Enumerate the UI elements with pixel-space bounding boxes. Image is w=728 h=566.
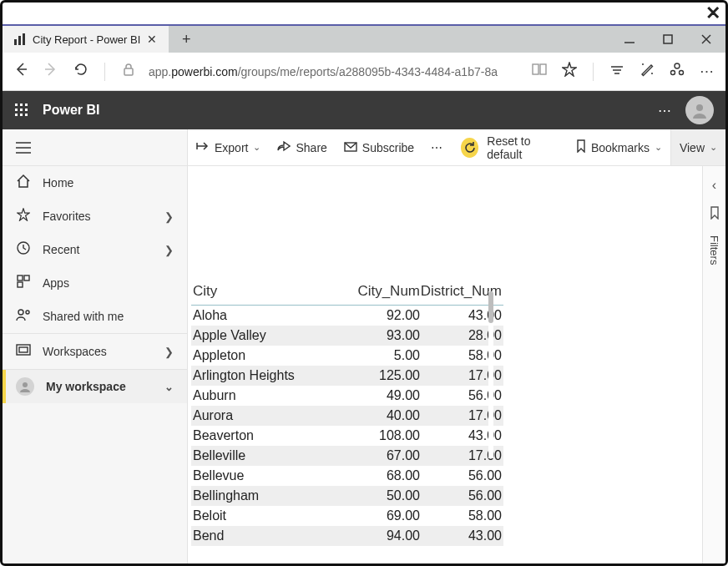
undo-icon [461,138,478,158]
sidebar-toggle[interactable] [3,129,187,166]
nav-shared-label: Shared with me [43,310,174,323]
url-field[interactable]: app.powerbi.com/groups/me/reports/a28809… [149,65,519,78]
app-header: Power BI ⋯ [3,91,725,129]
col-city[interactable]: City [191,283,333,300]
table-row[interactable]: Beloit69.0058.00 [191,506,503,526]
collapse-left-icon[interactable]: ‹ [712,178,716,193]
filters-pane-toggle[interactable]: Filters [708,235,720,265]
table-row[interactable]: Arlington Heights125.0017.00 [191,366,503,386]
cell-city-num: 94.00 [333,528,420,543]
nav-recent[interactable]: Recent ❯ [3,233,187,266]
report-canvas[interactable]: City City_Num District_Num Aloha92.0043.… [188,166,702,563]
nav-forward-button[interactable] [41,62,61,81]
nav-apps[interactable]: Apps [3,266,187,300]
table-row[interactable]: Aurora40.0017.00 [191,406,503,426]
nav-favorites-label: Favorites [43,210,153,223]
notes-icon[interactable] [637,62,657,81]
chart-bars-icon [14,33,26,45]
chevron-right-icon: ❯ [164,346,174,358]
window-maximize-button[interactable] [649,26,687,53]
tool-share[interactable]: Share [269,129,335,165]
tab-close-icon[interactable]: ✕ [147,33,157,46]
nav-favorites[interactable]: Favorites ❯ [3,200,187,233]
tool-reset-label: Reset to default [487,134,559,161]
svg-rect-2 [23,33,25,45]
user-avatar[interactable] [685,96,714,124]
nav-refresh-button[interactable] [71,62,91,81]
table-row[interactable]: Bellingham50.0056.00 [191,486,503,506]
browser-tab-strip: City Report - Power BI ✕ + [3,24,725,53]
cell-city-num: 93.00 [333,328,420,343]
chevron-down-icon: ⌄ [655,142,662,153]
apps-icon [16,275,31,291]
svg-rect-44 [345,143,356,151]
tool-reset[interactable]: Reset to default [452,129,568,165]
favorite-star-icon[interactable] [559,62,579,81]
svg-rect-23 [15,109,18,111]
window-minimize-button[interactable] [610,26,649,53]
svg-rect-20 [15,104,18,106]
col-city-num[interactable]: City_Num [333,283,420,300]
tool-subscribe-label: Subscribe [362,141,414,154]
nav-workspaces[interactable]: Workspaces ❯ [3,333,187,370]
share-icon[interactable] [667,62,687,81]
browser-more-icon[interactable]: ⋯ [697,63,717,80]
svg-rect-11 [540,64,546,74]
nav-my-workspace[interactable]: My workspace ⌄ [3,370,187,403]
svg-point-15 [642,63,644,65]
table-row[interactable]: Bend94.0043.00 [191,526,503,546]
table-row[interactable]: Beaverton108.0043.00 [191,426,503,446]
chevron-down-icon: ⌄ [164,381,174,393]
svg-rect-9 [124,68,133,75]
workspaces-icon [16,344,31,359]
table-row[interactable]: Appleton5.0058.00 [191,346,503,366]
tool-view[interactable]: View ⌄ [670,129,725,165]
tool-view-label: View [680,141,705,154]
chevron-right-icon: ❯ [164,244,174,256]
browser-address-bar: app.powerbi.com/groups/me/reports/a28809… [3,53,725,91]
svg-point-18 [671,71,675,75]
url-path: /groups/me/reports/a288095b-4343-4484-a1… [238,65,498,78]
window-close-button[interactable] [687,26,725,53]
table-row[interactable]: Aloha92.0043.00 [191,306,503,326]
cell-city: Beaverton [191,428,333,443]
app-brand[interactable]: Power BI [43,103,99,118]
cell-city: Belleville [191,448,333,463]
export-icon [196,140,210,154]
nav-home[interactable]: Home [3,166,187,200]
new-tab-button[interactable]: + [169,26,203,53]
data-table[interactable]: City City_Num District_Num Aloha92.0043.… [191,283,503,563]
cell-city: Arlington Heights [191,368,333,383]
table-row[interactable]: Belleville67.0017.00 [191,446,503,466]
scrollbar-thumb[interactable] [488,291,493,323]
cell-city-num: 5.00 [333,348,420,363]
svg-line-6 [702,35,710,43]
toolbar-more-icon[interactable]: ⋯ [422,141,452,154]
bookmark-outline-icon[interactable] [709,206,720,222]
svg-rect-39 [17,345,30,355]
cell-city: Beloit [191,508,333,523]
app-more-icon[interactable]: ⋯ [658,103,672,119]
svg-rect-4 [664,35,672,43]
nav-back-button[interactable] [11,62,31,81]
cell-city-num: 49.00 [333,388,420,403]
nav-my-workspace-label: My workspace [46,380,153,393]
tool-bookmarks[interactable]: Bookmarks ⌄ [568,129,670,165]
svg-rect-22 [25,104,28,106]
table-scrollbar[interactable] [488,291,493,458]
panel-close-icon[interactable]: ✕ [705,3,720,24]
svg-rect-25 [25,109,28,111]
tool-export[interactable]: Export ⌄ [188,129,269,165]
chevron-down-icon: ⌄ [710,142,717,153]
cell-city-num: 68.00 [333,468,420,483]
browser-tab[interactable]: City Report - Power BI ✕ [3,26,169,53]
app-launcher-icon[interactable] [14,103,29,118]
table-row[interactable]: Apple Valley93.0028.00 [191,326,503,346]
nav-shared[interactable]: Shared with me [3,300,187,333]
tool-subscribe[interactable]: Subscribe [336,129,422,165]
table-row[interactable]: Bellevue68.0056.00 [191,466,503,486]
table-row[interactable]: Auburn49.0056.00 [191,386,503,406]
hub-icon[interactable] [607,63,627,80]
svg-rect-40 [19,347,28,352]
reading-mode-icon[interactable] [529,63,549,80]
